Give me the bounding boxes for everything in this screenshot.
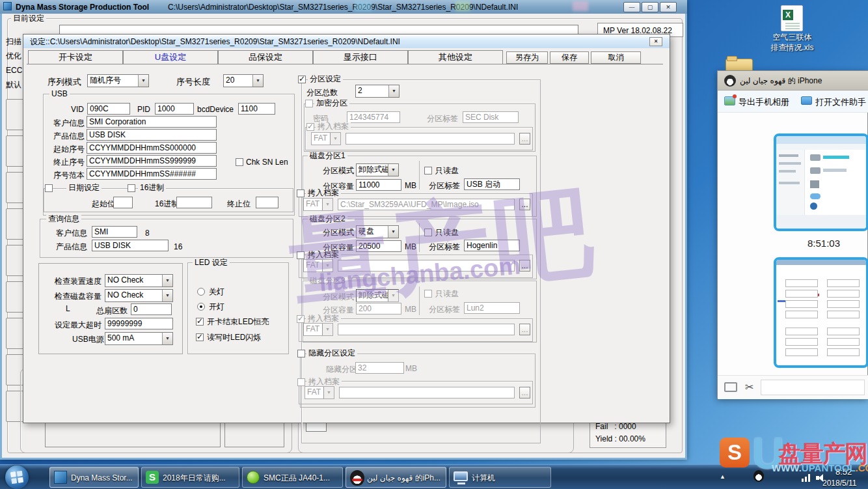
chk-sn-len-label: Chk SN Len (246, 158, 288, 167)
tab-udisk-settings[interactable]: U盘设定 (123, 50, 218, 64)
led-blink-checkbox[interactable] (196, 333, 204, 341)
p3-path-field (338, 324, 515, 335)
folder-shortcut-icon[interactable] (724, 382, 737, 392)
total-sectors-field[interactable]: 0 (131, 303, 172, 315)
sn-end-field[interactable]: CCYYMMDDHHmmSS999999 (87, 155, 217, 167)
p2-mode-dropdown[interactable]: 硬盘 (356, 225, 399, 238)
close-button[interactable]: ✕ (660, 2, 677, 12)
customer-info-field[interactable]: SMI Corporation (87, 116, 217, 128)
partition-group-label: 分区设定 (308, 75, 343, 83)
hidden-partition-checkbox[interactable] (297, 350, 305, 357)
p1-mb-label: MB (405, 181, 416, 190)
partition-enable-checkbox[interactable] (298, 76, 306, 83)
photo-thumbnail-explorer[interactable] (774, 133, 868, 231)
phone-window-bottombar: ✂ (718, 375, 868, 399)
penguin-scarf (352, 479, 362, 481)
tray-clock-time[interactable]: 8:52 (835, 468, 852, 477)
secure-partition-checkbox[interactable] (305, 100, 313, 107)
p2-browse-button[interactable]: ... (519, 260, 530, 272)
serial-mode-dropdown[interactable]: 随机序号 (87, 74, 149, 87)
qq-avatar-icon (724, 75, 736, 87)
tray-qq-icon[interactable] (753, 470, 764, 482)
dialog-close-button[interactable]: ✕ (649, 37, 662, 46)
led-off-label: 关灯 (209, 287, 224, 296)
bcddevice-field[interactable]: 1100 (238, 103, 275, 115)
save-button[interactable]: 保存 (550, 51, 589, 64)
thumb1-globe (810, 203, 817, 210)
hex-checkbox[interactable] (128, 184, 135, 192)
hidden-browse-button: ... (519, 387, 530, 398)
p2-readonly-checkbox[interactable] (424, 229, 432, 236)
taskbar-item-wps[interactable]: S 2018年日常请购... (141, 467, 239, 488)
p2-capacity-field[interactable]: 20500 (356, 240, 401, 252)
max-timeout-field[interactable]: 99999999 (105, 318, 173, 329)
taskbar-item-dyna[interactable]: Dyna Mass Stor... (49, 467, 139, 488)
p3-mode-dropdown: 卸除式磁碟 (356, 289, 399, 302)
product-info-field[interactable]: USB DISK (87, 129, 217, 141)
p1-tag-field[interactable]: USB 启动 (464, 178, 520, 190)
taskbar-item-qq[interactable]: قهوه جيان لين 的iPh... (346, 467, 446, 488)
tab-card-settings[interactable]: 开卡设定 (28, 50, 123, 64)
main-window-titlebar[interactable]: Dyna Mass Storage Production Tool C:\Use… (0, 0, 687, 14)
led-off-radio[interactable] (197, 288, 205, 296)
desktop-icon-excel[interactable]: X 空气三联体 排查情况.xls (748, 4, 836, 56)
flag-pane (11, 478, 17, 484)
cancel-button[interactable]: 取消 (591, 51, 641, 64)
end-bit-field[interactable] (256, 197, 278, 208)
taskbar-item-smc[interactable]: SMC正品 JA40-1... (242, 467, 343, 488)
phone-window-titlebar[interactable]: قهوه جيان لين 的 iPhone (718, 71, 868, 91)
tray-network-icon[interactable] (802, 474, 811, 482)
query-product-label: 产品信息 (56, 242, 87, 251)
check-speed-dropdown[interactable]: NO Check (105, 274, 173, 287)
save-as-button[interactable]: 另存为 (506, 51, 548, 64)
tray-clock-date[interactable]: 2018/5/11 (822, 479, 857, 488)
dialog-titlebar[interactable]: 设定::C:\Users\Administrator\Desktop\Star_… (23, 35, 670, 48)
date-setting-checkbox[interactable] (45, 184, 53, 192)
p1-copy-checkbox[interactable] (297, 189, 305, 197)
pid-field[interactable]: 1000 (155, 103, 194, 115)
serial-length-dropdown[interactable]: 20 (223, 74, 264, 87)
phone-input-box[interactable] (761, 380, 865, 395)
p1-readonly-label: 只读盘 (435, 166, 459, 175)
photo-thumbnail-mptool[interactable] (774, 257, 868, 368)
query-customer-field[interactable]: SMI (92, 226, 137, 238)
led-blink-label: 读写时LED闪烁 (207, 333, 261, 342)
maximize-button[interactable]: ▢ (642, 2, 658, 12)
check-capacity-dropdown[interactable]: NO Check (105, 289, 173, 302)
vid-field[interactable]: 090C (87, 103, 130, 115)
p1-browse-button[interactable]: ... (519, 199, 530, 210)
sn-start-field[interactable]: CCYYMMDDHHmmSS000000 (87, 142, 217, 154)
p1-capacity-field[interactable]: 11000 (356, 179, 401, 191)
tab-display-interface[interactable]: 显示接口 (313, 50, 408, 64)
sn-template-field[interactable]: CCYYMMDDHHmmSS###### (87, 168, 217, 180)
net-bar (808, 474, 810, 482)
tab-other-settings[interactable]: 其他设定 (408, 50, 503, 64)
p1-mode-dropdown[interactable]: 卸除式磁碟 (356, 163, 399, 176)
hidden-copy-label: 拷入档案 (306, 378, 342, 386)
led-on-radio[interactable] (197, 303, 205, 311)
led-steady-checkbox[interactable] (196, 318, 204, 326)
taskbar-item-computer[interactable]: 计算机 (449, 467, 551, 488)
p2-copy-checkbox[interactable] (297, 251, 305, 259)
p3-tag-field: Lun2 (464, 302, 520, 314)
export-photos-button[interactable]: 导出手机相册 (739, 98, 789, 107)
side-label-default: 默认 (6, 80, 21, 89)
p1-tag-label: 分区标签 (429, 181, 460, 190)
file-helper-button[interactable]: 打开文件助手 (815, 98, 866, 107)
start-button[interactable] (5, 466, 29, 489)
p1-readonly-checkbox[interactable] (424, 167, 432, 175)
folder-tab (727, 56, 737, 61)
tab-qa-settings[interactable]: 品保设定 (218, 50, 313, 64)
query-product-field[interactable]: USB DISK (92, 240, 169, 251)
thumb1-line4 (779, 182, 800, 184)
p2-tag-field[interactable]: Hogenlin (464, 240, 520, 251)
vid-label: VID (71, 105, 84, 114)
tray-show-hidden-icon[interactable]: ▲ (720, 473, 726, 480)
minimize-button[interactable]: — (623, 2, 640, 12)
scissors-icon[interactable]: ✂ (745, 381, 753, 393)
hex2-field[interactable] (176, 197, 212, 208)
usb-power-dropdown[interactable]: 500 mA (105, 332, 173, 345)
partition-total-dropdown[interactable]: 2 (355, 85, 400, 98)
start-bit-field[interactable] (113, 197, 133, 208)
chk-sn-len-checkbox[interactable] (236, 158, 243, 166)
